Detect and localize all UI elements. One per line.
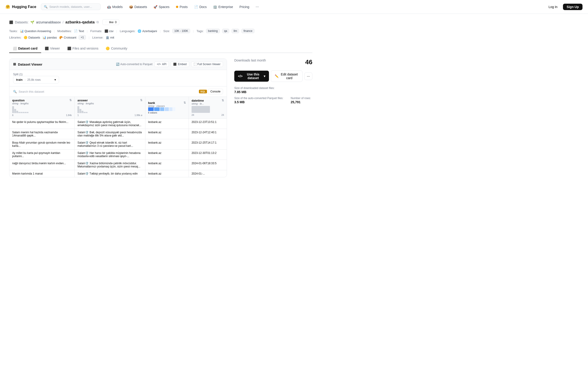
cell-bank: leobank.az (145, 119, 189, 129)
main-layout: ⊞ Dataset Viewer 🔄 Auto-converted to Par… (9, 58, 312, 177)
cell-question: Mənim kartımda 1 manat (9, 170, 75, 177)
tag-finance[interactable]: finance (242, 29, 254, 33)
nav-datasets[interactable]: 📦 Datasets (126, 4, 150, 10)
embed-button[interactable]: ⬛ Embed (171, 61, 189, 67)
cell-datetime: 2024-01-06T18:33:5 (189, 160, 227, 170)
library-pandas[interactable]: 📊 pandas (43, 36, 57, 39)
nav-links: 🤖 Models 📦 Datasets 🚀 Spaces Posts 📄 Doc… (104, 4, 262, 10)
bank-bar (154, 107, 160, 111)
modality-tag[interactable]: 📄 Text (74, 29, 84, 33)
cell-answer: Salam🛡️ Hər hansı bir şəkildə müştərinin… (75, 150, 145, 160)
fullscreen-button[interactable]: ⛶ Full Screen Viewer (191, 61, 223, 67)
more-icon: ⋯ (307, 75, 310, 78)
nav-spaces[interactable]: 🚀 Spaces (151, 4, 172, 10)
libraries-more[interactable]: +1 (78, 35, 86, 40)
data-table-container: question ⇅ string · lengths (9, 97, 227, 177)
cell-question: Ay millet bu karta pul qoymayin kartdan … (9, 150, 75, 160)
tab-viewer[interactable]: ⬛ Viewer (41, 44, 64, 53)
question-histogram (12, 105, 72, 114)
sql-console-btn[interactable]: SQL Console (199, 89, 223, 94)
nav-enterprise[interactable]: 🏢 Enterprise (210, 4, 236, 10)
hist-bar (12, 106, 14, 113)
datasets-library-icon: 🟡 (24, 36, 27, 39)
repo-owner[interactable]: arzumanabbasov (36, 20, 61, 24)
logo-text: Hugging Face (12, 5, 36, 9)
tab-files-versions[interactable]: ⬛ Files and versions (64, 44, 102, 53)
copy-icon[interactable]: ⧉ (96, 20, 99, 24)
datasets-icon: 📦 (129, 5, 133, 9)
cell-bank: leobank.az (145, 150, 189, 160)
hist-bar (25, 112, 26, 113)
breadcrumb: ⬛ Datasets: 🌱 arzumanabbasov / azbanks-q… (9, 19, 312, 25)
logo[interactable]: 🤗 Hugging Face (6, 5, 36, 9)
tag-banking[interactable]: banking (206, 29, 220, 33)
tab-community[interactable]: 🟡 Community (102, 44, 131, 53)
table-row: nağıl danışırsız birda.mənim kartım evdə… (9, 160, 227, 170)
edit-icon: ✏️ (275, 74, 279, 78)
viewer-title: ⊞ Dataset Viewer (13, 62, 42, 66)
models-icon: 🤖 (107, 5, 111, 9)
pandas-icon: 📊 (43, 36, 46, 39)
rows-value: 25,791 (291, 100, 311, 104)
nav-more[interactable]: ⋯ (253, 4, 262, 10)
hist-bar (78, 106, 79, 113)
license-tag[interactable]: 🏛️ mit (106, 36, 114, 39)
croissant-label: Croissant (64, 36, 76, 39)
cell-datetime: 2023-12-30T01:13:2 (189, 150, 227, 160)
bank-bar (148, 107, 154, 111)
hist-bar (18, 112, 20, 113)
sort-question-icon[interactable]: ⇅ (69, 99, 72, 102)
license-icon: 🏛️ (106, 36, 109, 39)
croissant-icon: 🥐 (59, 36, 63, 39)
like-button[interactable]: ♡ like 0 (103, 19, 119, 25)
nav-pricing[interactable]: Pricing (237, 4, 252, 10)
use-dataset-button[interactable]: </> Use this dataset ▾ (234, 71, 269, 82)
language-tag[interactable]: 🌐 Azerbaijani (138, 29, 157, 33)
filter-bank-icon[interactable]: ⇅ (183, 101, 186, 104)
library-croissant[interactable]: 🥐 Croissant (59, 36, 76, 39)
code-icon: </> (157, 63, 161, 66)
table-icon: ⊞ (13, 62, 16, 66)
table-header-row: question ⇅ string · lengths (9, 97, 227, 119)
dataset-card-icon: ⬜ (13, 47, 17, 50)
downloads-label: Downloads last month (234, 58, 266, 62)
library-datasets[interactable]: 🟡 Datasets (24, 36, 40, 39)
nav-posts[interactable]: Posts (173, 4, 190, 10)
dataset-search-input[interactable]: 🔍 Search this dataset (13, 90, 199, 93)
hist-bar (27, 112, 28, 113)
login-button[interactable]: Log In (545, 4, 561, 10)
hist-bar (20, 112, 22, 113)
tag-qa[interactable]: qa (222, 29, 229, 33)
repo-name[interactable]: azbanks-qadata (65, 20, 95, 25)
format-tag[interactable]: ⬛ csv (104, 29, 114, 33)
nav-docs[interactable]: 📄 Docs (191, 4, 209, 10)
more-options-button[interactable]: ⋯ (304, 73, 312, 80)
tab-dataset-card[interactable]: ⬜ Dataset card (9, 44, 41, 53)
code-icon: </> (238, 74, 242, 78)
signup-button[interactable]: Sign Up (563, 4, 582, 10)
fullscreen-icon: ⛶ (194, 63, 196, 66)
task-name: Question Answering (25, 29, 51, 33)
cell-datetime: 2023-12-23T13:51:1 (189, 119, 227, 129)
docs-icon: 📄 (194, 5, 198, 9)
cell-answer: Salam🛡️ Bəli, depozit xüsusiyyəti şəxsi … (75, 129, 145, 139)
task-tag[interactable]: 📊 Question Answering (20, 29, 51, 33)
split-selector[interactable]: train · 25.8k rows ▾ (13, 76, 59, 83)
search-bar[interactable]: 🔍 Search models, datasets, user... (41, 3, 101, 10)
tag-llm[interactable]: llm (232, 29, 239, 33)
tasks-label: Tasks: (9, 29, 18, 33)
nav-models[interactable]: 🤖 Models (104, 4, 125, 10)
downloads-section: Downloads last month 46 (234, 58, 312, 66)
tabs: ⬜ Dataset card ⬛ Viewer ⬛ Files and vers… (9, 44, 312, 53)
size-tag[interactable]: 10K - 100K (172, 29, 190, 33)
formats-label: Formats: (90, 29, 102, 33)
stat-parquet-size: Size of the auto-converted Parquet files… (234, 97, 283, 104)
sort-answer-icon[interactable]: ⇅ (140, 99, 142, 102)
edit-card-button[interactable]: ✏️ Edit dataset card (271, 70, 303, 82)
spaces-icon: 🚀 (153, 5, 157, 9)
downloads-count: 46 (305, 58, 312, 66)
stats-section: Size of downloaded dataset files: 7.85 M… (234, 86, 312, 107)
api-button[interactable]: </> API (154, 61, 169, 67)
sort-datetime-icon[interactable]: ⇅ (222, 99, 224, 102)
console-button[interactable]: Console (208, 89, 223, 94)
